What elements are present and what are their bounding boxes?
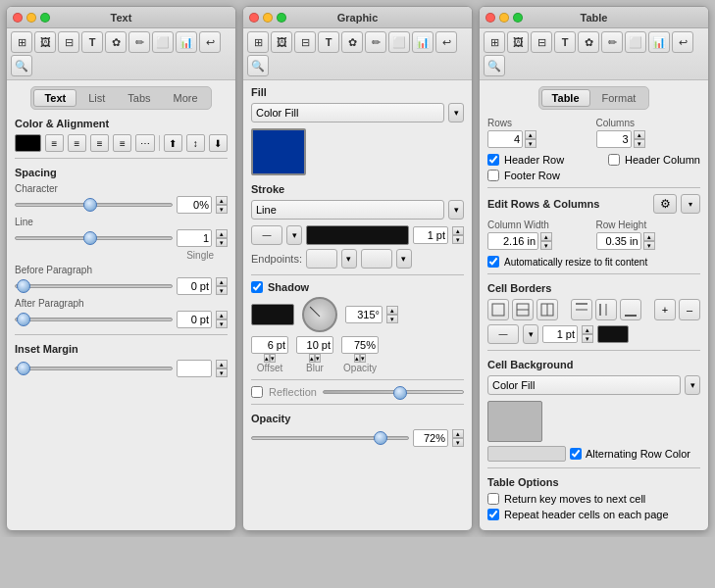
shadow-checkbox[interactable] <box>251 281 263 293</box>
tab-list[interactable]: List <box>77 89 116 107</box>
g-toolbar-pen-btn[interactable]: ✏ <box>365 31 386 53</box>
edit-rows-dropdown-btn[interactable]: ▾ <box>681 194 700 214</box>
g-toolbar-shape-btn[interactable]: ✿ <box>341 31 363 53</box>
t-toolbar-pen-btn[interactable]: ✏ <box>601 31 623 53</box>
endpoint-start-btn[interactable] <box>306 249 337 269</box>
col-width-up[interactable]: ▴ <box>540 232 552 241</box>
line-up[interactable]: ▴ <box>216 229 228 238</box>
border-btn-8[interactable]: – <box>679 299 700 320</box>
border-btn-4[interactable] <box>571 299 592 320</box>
toolbar-fwd-btn[interactable]: 🔍 <box>11 55 32 76</box>
border-btn-6[interactable] <box>620 299 641 320</box>
t-toolbar-back-btn[interactable]: ↩ <box>672 31 693 53</box>
tab-text[interactable]: Text <box>33 89 77 107</box>
rows-input[interactable] <box>487 130 523 148</box>
opacity-slider[interactable] <box>251 431 409 445</box>
edit-rows-gear-btn[interactable]: ⚙ <box>653 194 677 214</box>
option2-checkbox[interactable] <box>487 509 499 520</box>
opacity-down[interactable]: ▾ <box>452 438 464 447</box>
align-indent-btn[interactable]: ⋯ <box>135 134 154 152</box>
reflection-checkbox[interactable] <box>251 386 263 398</box>
angle-up[interactable]: ▴ <box>386 306 398 315</box>
inset-down[interactable]: ▾ <box>216 368 228 377</box>
endpoint-start-arrow[interactable]: ▾ <box>341 249 357 269</box>
g-toolbar-view-btn[interactable]: ⊞ <box>247 31 269 53</box>
shadow-opacity-input[interactable] <box>341 336 379 354</box>
stroke-weight-stepper[interactable]: ▴ ▾ <box>452 226 464 244</box>
toolbar-text-btn[interactable]: T <box>81 31 103 53</box>
valign-bot-btn[interactable]: ⬇ <box>209 134 228 152</box>
stroke-weight-input[interactable] <box>413 226 448 244</box>
t-toolbar-fwd-btn[interactable]: 🔍 <box>484 55 505 76</box>
border-weight-down[interactable]: ▾ <box>582 334 593 343</box>
opacity-stepper[interactable]: ▴ ▾ <box>452 429 464 447</box>
rows-stepper[interactable]: ▴ ▾ <box>525 130 536 148</box>
row-height-up[interactable]: ▴ <box>643 232 655 241</box>
align-left-btn[interactable]: ≡ <box>45 134 64 152</box>
inset-input[interactable] <box>177 360 212 377</box>
graphic-min-btn[interactable] <box>263 13 273 23</box>
line-slider[interactable] <box>15 231 173 245</box>
angle-input[interactable] <box>345 306 383 323</box>
close-button[interactable] <box>13 13 23 23</box>
before-para-input[interactable] <box>177 277 212 295</box>
table-min-btn[interactable] <box>499 13 509 23</box>
border-weight-up[interactable]: ▴ <box>582 325 593 334</box>
endpoint-end-arrow[interactable]: ▾ <box>396 249 412 269</box>
stroke-color-box[interactable] <box>306 225 409 245</box>
g-toolbar-chart-btn[interactable]: 📊 <box>412 31 434 53</box>
header-row-checkbox[interactable] <box>487 154 499 166</box>
character-up[interactable]: ▴ <box>216 196 228 205</box>
shadow-blur-stepper[interactable]: ▴ ▾ <box>309 354 321 363</box>
alt-row-checkbox[interactable] <box>570 448 582 460</box>
character-down[interactable]: ▾ <box>216 205 228 214</box>
row-height-input[interactable] <box>596 232 641 250</box>
before-para-slider[interactable] <box>15 279 173 293</box>
endpoint-end-btn[interactable] <box>361 249 392 269</box>
rows-down[interactable]: ▾ <box>525 139 536 148</box>
stroke-weight-down[interactable]: ▾ <box>452 235 464 244</box>
border-weight-stepper[interactable]: ▴ ▾ <box>582 325 593 343</box>
stroke-weight-up[interactable]: ▴ <box>452 226 464 235</box>
table-close-btn[interactable] <box>485 13 495 23</box>
cols-up[interactable]: ▴ <box>634 130 645 139</box>
g-toolbar-fwd-btn[interactable]: 🔍 <box>247 55 269 76</box>
toolbar-table-btn[interactable]: ⊟ <box>58 31 79 53</box>
line-input[interactable] <box>177 229 212 247</box>
angle-down[interactable]: ▾ <box>386 315 398 323</box>
after-para-up[interactable]: ▴ <box>216 311 228 319</box>
shadow-opacity-down[interactable]: ▾ <box>360 354 366 363</box>
valign-mid-btn[interactable]: ↕ <box>186 134 205 152</box>
after-para-down[interactable]: ▾ <box>216 319 228 328</box>
t-toolbar-img-btn[interactable]: 🖼 <box>507 31 529 53</box>
border-btn-2[interactable] <box>512 299 534 320</box>
minimize-button[interactable] <box>26 13 36 23</box>
col-width-stepper[interactable]: ▴ ▾ <box>540 232 552 250</box>
shadow-offset-stepper[interactable]: ▴ ▾ <box>264 354 276 363</box>
toolbar-back-btn[interactable]: ↩ <box>199 31 221 53</box>
character-slider[interactable] <box>15 198 173 212</box>
t-toolbar-view-btn[interactable]: ⊞ <box>484 31 505 53</box>
cell-bg-swatch[interactable] <box>487 401 542 442</box>
reflection-thumb[interactable] <box>393 386 407 400</box>
shadow-offset-down[interactable]: ▾ <box>270 354 276 363</box>
angle-dial[interactable] <box>302 297 337 332</box>
t-toolbar-mask-btn[interactable]: ⬜ <box>625 31 646 53</box>
alt-row-swatch[interactable] <box>487 446 566 462</box>
cols-down[interactable]: ▾ <box>634 139 645 148</box>
shadow-blur-down[interactable]: ▾ <box>315 354 321 363</box>
opacity-up[interactable]: ▴ <box>452 429 464 438</box>
opacity-input[interactable] <box>413 429 448 447</box>
toolbar-img-btn[interactable]: 🖼 <box>34 31 56 53</box>
after-para-stepper[interactable]: ▴ ▾ <box>216 311 228 328</box>
after-para-input[interactable] <box>177 311 212 328</box>
t-toolbar-chart-btn[interactable]: 📊 <box>648 31 670 53</box>
row-height-stepper[interactable]: ▴ ▾ <box>643 232 655 250</box>
line-down[interactable]: ▾ <box>216 238 228 247</box>
rows-up[interactable]: ▴ <box>525 130 536 139</box>
valign-top-btn[interactable]: ⬆ <box>164 134 182 152</box>
graphic-max-btn[interactable] <box>277 13 286 23</box>
border-color-box[interactable] <box>597 325 629 343</box>
cols-input[interactable] <box>596 130 632 148</box>
g-toolbar-img-btn[interactable]: 🖼 <box>271 31 292 53</box>
